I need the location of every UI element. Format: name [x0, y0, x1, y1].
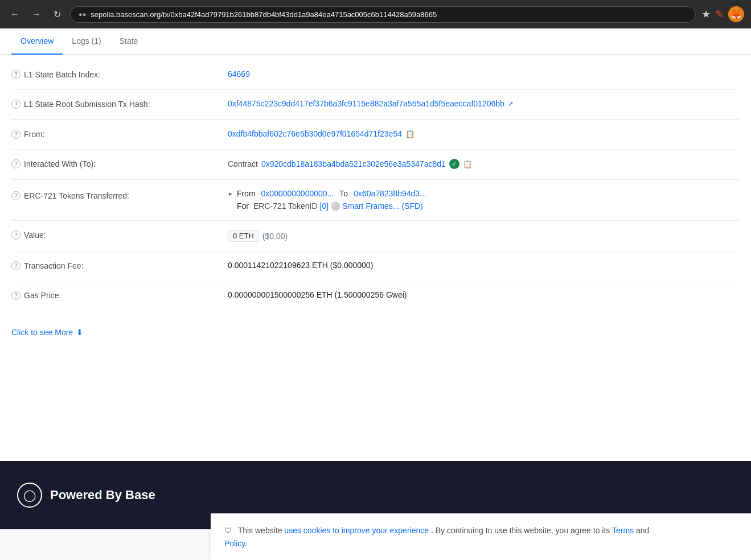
help-icon-l1batch[interactable]: ? [11, 70, 20, 79]
gas-price-value: 0.000000001500000256 ETH (1.500000256 Gw… [228, 290, 740, 299]
help-icon-from[interactable]: ? [11, 130, 20, 139]
pen-icon[interactable]: ✎ [715, 8, 724, 20]
bookmark-icon[interactable]: ★ [701, 8, 711, 20]
help-icon-to[interactable]: ? [11, 159, 20, 168]
from-value: 0xdfb4fbbaf602c76e5b30d0e97f01654d71f23e… [228, 129, 740, 138]
eth-badge: 0 ETH [228, 230, 259, 242]
triangle-icon: ► [228, 191, 233, 197]
browser-actions: ★ ✎ 🦊 [701, 6, 744, 22]
l1-root-hash-link[interactable]: 0xf44875c223c9dd417ef37b6a3fc9115e882a3a… [228, 99, 504, 108]
to-value: Contract 0x920cdb18a183ba4bda521c302e56e… [228, 159, 740, 169]
help-icon-value[interactable]: ? [11, 230, 20, 240]
security-icon: ●● [79, 11, 86, 18]
verified-icon: ✓ [449, 159, 459, 169]
l1-batch-index-link[interactable]: 64669 [228, 69, 250, 79]
tabs-bar: Overview Logs (1) State [0, 28, 751, 55]
l1-root-hash-label: ? L1 State Root Submission Tx Hash: [11, 99, 228, 109]
powered-by-section: ◯ Powered By Base [17, 483, 155, 508]
tab-logs[interactable]: Logs (1) [63, 28, 110, 55]
erc721-token-row: For ERC-721 TokenID [0] Smart Frames... … [237, 201, 423, 211]
click-more-section: Click to see More ⬇ [0, 316, 751, 351]
url-text: sepolia.basescan.org/tx/0xba42f4ad79791b… [91, 10, 687, 19]
back-button[interactable]: ← [7, 7, 23, 22]
tab-overview[interactable]: Overview [11, 28, 63, 55]
value-row: ? Value: 0 ETH ($0.00) [11, 221, 740, 252]
help-icon-l1root[interactable]: ? [11, 100, 20, 109]
cookie-banner: 🛡 This website uses cookies to improve y… [211, 513, 751, 529]
l1-root-hash-value: 0xf44875c223c9dd417ef37b6a3fc9115e882a3a… [228, 99, 740, 108]
gas-price-row: ? Gas Price: 0.000000001500000256 ETH (1… [11, 281, 740, 311]
to-row: ? Interacted With (To): Contract 0x920cd… [11, 150, 740, 179]
from-address-link[interactable]: 0xdfb4fbbaf602c76e5b30d0e97f01654d71f23e… [228, 129, 402, 138]
help-icon-gasprice[interactable]: ? [11, 291, 20, 300]
l1-batch-index-row: ? L1 State Batch Index: 64669 [11, 60, 740, 90]
erc721-token-name-link[interactable]: Smart Frames... (SFD) [342, 201, 423, 211]
browser-chrome: ← → ↻ ●● sepolia.basescan.org/tx/0xba42f… [0, 0, 751, 28]
erc721-from-link[interactable]: 0x0000000000000... [261, 189, 334, 198]
cookie-link[interactable]: uses cookies to improve your experience [284, 526, 429, 529]
external-link-icon[interactable]: ➚ [508, 100, 514, 108]
copy-from-icon[interactable]: 📋 [405, 130, 415, 138]
click-more-link[interactable]: Click to see More [11, 328, 73, 337]
l1-batch-index-label: ? L1 State Batch Index: [11, 69, 228, 79]
tx-fee-label: ? Transaction Fee: [11, 261, 228, 270]
metamask-icon[interactable]: 🦊 [728, 6, 744, 22]
erc721-label: ? ERC-721 Tokens Transferred: [11, 189, 228, 200]
tx-fee-value: 0.00011421022109623 ETH ($0.000000) [228, 261, 740, 270]
copy-to-icon[interactable]: 📋 [463, 160, 472, 168]
erc721-to-link[interactable]: 0x60a78238b94d3... [354, 189, 426, 198]
erc721-token-id-link[interactable]: [0] [320, 201, 329, 211]
reload-button[interactable]: ↻ [50, 7, 64, 22]
l1-batch-index-value: 64669 [228, 69, 740, 79]
gas-price-label: ? Gas Price: [11, 290, 228, 300]
tx-fee-row: ? Transaction Fee: 0.00011421022109623 E… [11, 252, 740, 281]
value-value: 0 ETH ($0.00) [228, 230, 740, 242]
erc721-row: ? ERC-721 Tokens Transferred: ► From 0x0… [11, 180, 740, 220]
help-icon-erc721[interactable]: ? [11, 191, 20, 200]
from-label: ? From: [11, 129, 228, 139]
address-bar[interactable]: ●● sepolia.basescan.org/tx/0xba42f4ad797… [70, 6, 696, 23]
details-section: ? L1 State Batch Index: 64669 ? L1 State… [0, 55, 751, 316]
erc721-value: ► From 0x0000000000000... To 0x60a78238b… [228, 189, 740, 211]
value-label: ? Value: [11, 230, 228, 240]
terms-link[interactable]: Terms [612, 526, 634, 529]
forward-button[interactable]: → [28, 7, 44, 22]
cookie-shield-icon: 🛡 [224, 524, 232, 529]
powered-text: Powered By Base [50, 488, 155, 503]
token-logo [331, 201, 340, 211]
powered-logo-icon: ◯ [17, 483, 42, 508]
down-arrow-icon: ⬇ [76, 328, 83, 337]
l1-root-hash-row: ? L1 State Root Submission Tx Hash: 0xf4… [11, 90, 740, 120]
from-row: ? From: 0xdfb4fbbaf602c76e5b30d0e97f0165… [11, 120, 740, 150]
to-label: ? Interacted With (To): [11, 159, 228, 168]
to-address-link[interactable]: 0x920cdb18a183ba4bda521c302e56e3a5347ac8… [261, 159, 446, 168]
page-content: Overview Logs (1) State ? L1 State Batch… [0, 28, 751, 461]
help-icon-txfee[interactable]: ? [11, 261, 20, 270]
erc721-transfer-row: ► From 0x0000000000000... To 0x60a78238b… [228, 189, 426, 198]
tab-state[interactable]: State [110, 28, 147, 55]
